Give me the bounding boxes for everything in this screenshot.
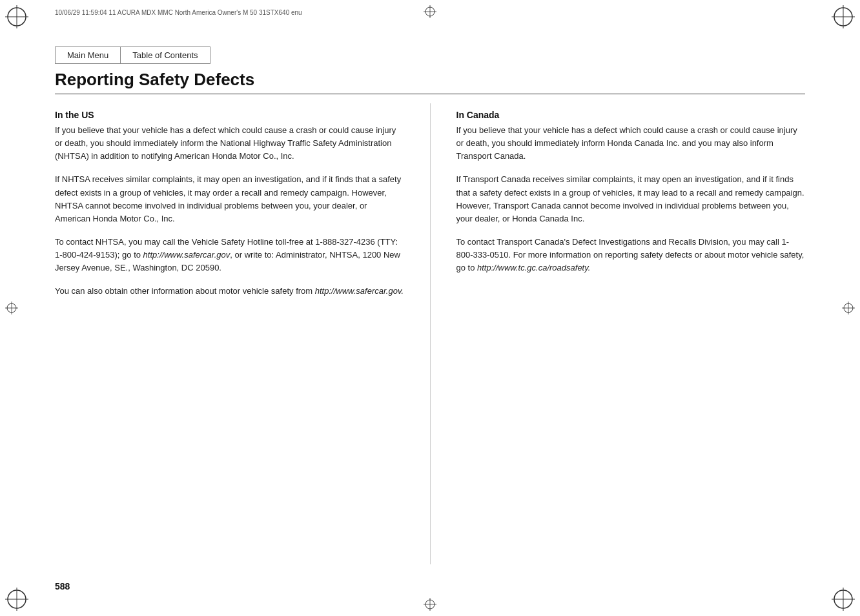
- cross-mark-mr: [842, 302, 855, 314]
- page: 10/06/29 11:59:04 11 ACURA MDX MMC North…: [0, 0, 860, 616]
- us-url-1: http://www.safercar.gov: [143, 250, 230, 260]
- us-heading: In the US: [55, 110, 404, 120]
- main-menu-button[interactable]: Main Menu: [55, 46, 120, 64]
- canada-para-3: To contact Transport Canada's Defect Inv…: [456, 236, 806, 274]
- page-title: Reporting Safety Defects: [55, 70, 805, 90]
- us-para-2: If NHTSA receives similar complaints, it…: [55, 173, 404, 225]
- print-info: 10/06/29 11:59:04 11 ACURA MDX MMC North…: [55, 9, 302, 16]
- page-number: 588: [55, 581, 70, 591]
- nav-bar: Main Menu Table of Contents: [55, 46, 210, 64]
- cross-mark-bc: [424, 598, 436, 611]
- page-title-section: Reporting Safety Defects: [55, 70, 805, 94]
- us-column: In the US If you believe that your vehic…: [55, 103, 431, 564]
- us-url-2: http://www.safercar.gov.: [315, 286, 404, 296]
- canada-heading: In Canada: [456, 110, 806, 120]
- corner-mark-br: [832, 588, 855, 611]
- cross-mark-ml: [5, 302, 18, 314]
- cross-mark-tc: [424, 5, 436, 18]
- content-area: In the US If you believe that your vehic…: [55, 103, 805, 564]
- toc-button[interactable]: Table of Contents: [120, 46, 210, 64]
- canada-para-1: If you believe that your vehicle has a d…: [456, 124, 806, 163]
- corner-mark-tl: [5, 5, 28, 28]
- us-para-3: To contact NHTSA, you may call the Vehic…: [55, 236, 404, 274]
- canada-column: In Canada If you believe that your vehic…: [431, 103, 806, 564]
- canada-para-2: If Transport Canada receives similar com…: [456, 173, 806, 225]
- us-para-4: You can also obtain other information ab…: [55, 285, 404, 298]
- corner-mark-tr: [832, 5, 855, 28]
- canada-url-1: http://www.tc.gc.ca/roadsafety.: [477, 263, 590, 272]
- us-para-1: If you believe that your vehicle has a d…: [55, 124, 404, 163]
- corner-mark-bl: [5, 588, 28, 611]
